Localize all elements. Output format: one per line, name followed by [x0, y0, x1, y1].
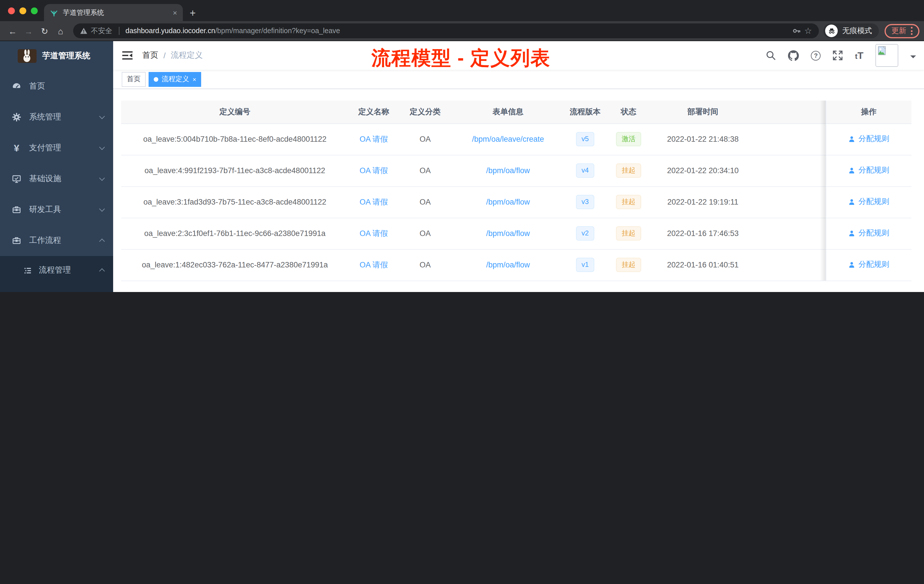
browser-tab[interactable]: 芋道管理系统 ×	[44, 4, 183, 21]
browser-menu-icon[interactable]	[911, 27, 912, 35]
sidebar-item-workflow[interactable]: 工作流程	[0, 225, 113, 256]
definition-name-link[interactable]: OA 请假	[360, 229, 388, 238]
assign-rule-button[interactable]: 分配规则	[848, 260, 889, 270]
definition-id: oa_leave:1:482ec033-762a-11ec-8477-a2380…	[121, 249, 348, 280]
deploy-time: 2022-01-22 20:34:10	[652, 155, 754, 186]
browser-tab-bar: 芋道管理系统 × +	[0, 0, 924, 21]
warning-icon	[80, 27, 87, 34]
minimize-window-button[interactable]	[20, 7, 26, 14]
url-text[interactable]: dashboard.yudao.iocoder.cn/bpm/manager/d…	[125, 27, 788, 35]
deploy-time: 2022-01-22 21:48:38	[652, 124, 754, 155]
assign-rule-button[interactable]: 分配规则	[848, 134, 889, 144]
home-icon[interactable]: ⌂	[53, 26, 69, 35]
status-badge: 激活	[616, 132, 641, 146]
assign-rule-button[interactable]: 分配规则	[848, 228, 889, 239]
status-badge: 挂起	[616, 163, 641, 178]
sidebar-item-payment[interactable]: ¥ 支付管理	[0, 133, 113, 163]
breadcrumb-home[interactable]: 首页	[142, 50, 158, 61]
font-size-icon[interactable]	[855, 51, 863, 60]
col-category: 定义分类	[399, 101, 451, 124]
definition-name-link[interactable]: OA 请假	[360, 198, 388, 206]
page-annotation: 流程模型 - 定义列表	[371, 45, 550, 71]
user-icon	[848, 167, 856, 174]
search-icon[interactable]	[766, 50, 776, 61]
form-link[interactable]: /bpm/oa/leave/create	[472, 135, 544, 144]
definition-category: OA	[399, 155, 451, 186]
help-icon[interactable]	[811, 51, 821, 60]
definition-name-link[interactable]: OA 请假	[360, 260, 388, 269]
spacer-cell	[754, 249, 826, 280]
version-badge[interactable]: v4	[576, 163, 594, 178]
reload-icon[interactable]: ↻	[36, 26, 53, 35]
col-version: 流程版本	[564, 101, 606, 124]
tag-close-icon[interactable]: ×	[193, 76, 196, 82]
definition-name-link[interactable]: OA 请假	[360, 166, 388, 175]
sidebar-toggle-icon[interactable]	[122, 51, 133, 60]
key-icon[interactable]	[792, 26, 801, 35]
status-badge: 挂起	[616, 258, 641, 272]
breadcrumb-current: 流程定义	[171, 50, 203, 61]
col-status: 状态	[606, 101, 652, 124]
sidebar-item-process-management[interactable]: 流程管理	[0, 256, 113, 285]
sidebar-item-process-form[interactable]: 流程表单	[0, 285, 113, 292]
tab-close-icon[interactable]: ×	[173, 8, 177, 17]
version-badge[interactable]: v3	[576, 195, 594, 209]
form-link[interactable]: /bpm/oa/flow	[486, 229, 530, 238]
sidebar-item-home[interactable]: 首页	[0, 71, 113, 102]
definition-name-link[interactable]: OA 请假	[360, 135, 388, 143]
chevron-up-icon	[99, 239, 105, 244]
status-badge: 挂起	[616, 226, 641, 241]
tag-home[interactable]: 首页	[122, 72, 146, 87]
tag-process-definition[interactable]: 流程定义 ×	[148, 72, 201, 87]
workflow-submenu: 流程管理 流程表单	[0, 256, 113, 292]
definition-table: 定义编号 定义名称 定义分类 表单信息 流程版本 状态 部署时间 操作	[121, 101, 911, 281]
avatar[interactable]	[875, 44, 898, 67]
version-badge[interactable]: v2	[576, 226, 594, 241]
fullscreen-icon[interactable]	[833, 50, 843, 61]
new-tab-button[interactable]: +	[190, 8, 196, 18]
definition-category: OA	[399, 218, 451, 249]
forward-icon[interactable]: →	[21, 26, 36, 35]
col-actions: 操作	[826, 101, 911, 124]
address-bar[interactable]: 不安全 dashboard.yudao.iocoder.cn/bpm/manag…	[73, 23, 819, 38]
definition-category: OA	[399, 124, 451, 155]
bookmark-star-icon[interactable]	[804, 26, 812, 36]
list-icon	[23, 266, 32, 275]
zoom-window-button[interactable]	[31, 7, 38, 14]
sidebar-logo[interactable]: 芋道管理系统	[0, 41, 113, 71]
deploy-time: 2022-01-16 17:46:53	[652, 218, 754, 249]
assign-rule-button[interactable]: 分配规则	[848, 165, 889, 176]
version-badge[interactable]: v1	[576, 258, 594, 272]
back-icon[interactable]: ←	[5, 26, 21, 35]
version-badge[interactable]: v5	[576, 132, 594, 146]
security-label[interactable]: 不安全	[91, 26, 112, 36]
yuan-icon: ¥	[12, 143, 21, 153]
definition-category: OA	[399, 186, 451, 218]
browser-toolbar: ← → ↻ ⌂ 不安全 dashboard.yudao.iocoder.cn/b…	[0, 21, 924, 41]
briefcase-icon	[12, 236, 21, 245]
form-link[interactable]: /bpm/oa/flow	[486, 198, 530, 206]
user-icon	[848, 261, 856, 269]
active-dot	[154, 77, 158, 81]
window-controls[interactable]	[8, 7, 38, 14]
close-window-button[interactable]	[8, 7, 15, 14]
definition-id: oa_leave:2:3c1f0ef1-76b1-11ec-9c66-a2380…	[121, 218, 348, 249]
avatar-caret-icon[interactable]	[910, 55, 916, 61]
sidebar-item-infrastructure[interactable]: 基础设施	[0, 163, 113, 194]
table-row: oa_leave:5:004b710b-7b8a-11ec-8ef0-acde4…	[121, 124, 911, 155]
user-icon	[848, 198, 856, 206]
form-link[interactable]: /bpm/oa/flow	[486, 166, 530, 175]
status-badge: 挂起	[616, 195, 641, 209]
sidebar-item-system[interactable]: 系统管理	[0, 102, 113, 133]
url-divider	[119, 27, 119, 35]
toolbox-icon	[12, 205, 21, 214]
sidebar-item-devtools[interactable]: 研发工具	[0, 194, 113, 225]
form-link[interactable]: /bpm/oa/flow	[486, 261, 530, 269]
broken-image-icon	[878, 46, 887, 55]
github-icon[interactable]	[788, 50, 799, 61]
chrome-update-button[interactable]: 更新	[884, 24, 919, 38]
app-title: 芋道管理系统	[42, 51, 90, 61]
chevron-up-icon	[99, 268, 105, 274]
user-icon	[848, 135, 856, 143]
assign-rule-button[interactable]: 分配规则	[848, 197, 889, 207]
